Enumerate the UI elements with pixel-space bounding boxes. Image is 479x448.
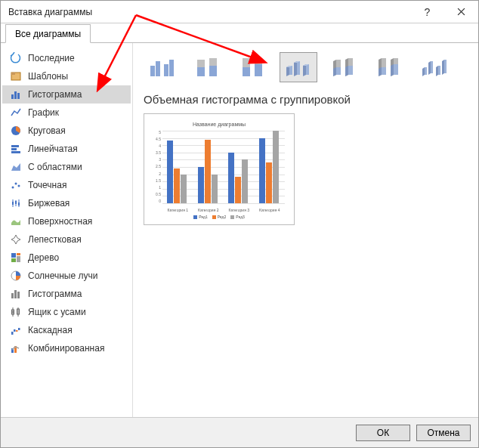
svg-rect-21 bbox=[17, 256, 20, 262]
chart-preview[interactable]: Название диаграммы 54.543.532.521.510.50… bbox=[144, 113, 295, 225]
dialog-footer: ОК Отмена bbox=[1, 417, 478, 447]
svg-rect-35 bbox=[18, 328, 20, 330]
svg-rect-22 bbox=[11, 258, 16, 262]
close-button[interactable] bbox=[444, 1, 478, 23]
insert-chart-dialog: Вставка диаграммы ? Все диаграммы Послед… bbox=[0, 0, 479, 448]
svg-rect-17 bbox=[18, 202, 20, 205]
subtype-title: Объемная гистограмма с группировкой bbox=[144, 93, 468, 106]
sidebar-item-pie[interactable]: Круговая bbox=[2, 122, 131, 140]
svg-rect-32 bbox=[11, 332, 14, 335]
svg-rect-41 bbox=[169, 60, 174, 76]
sidebar-item-label: Поверхностная bbox=[28, 216, 92, 227]
sidebar-item-label: С областями bbox=[28, 162, 82, 172]
sidebar-item-label: Гистограмма bbox=[28, 289, 82, 299]
close-icon bbox=[457, 8, 465, 16]
subtype-clustered-2d[interactable] bbox=[144, 52, 181, 82]
sidebar-item-radar[interactable]: Лепестковая bbox=[2, 230, 131, 249]
subtype-column-3d[interactable] bbox=[416, 52, 453, 82]
sidebar-item-label: Солнечные лучи bbox=[28, 270, 97, 281]
subtype-clustered-3d[interactable] bbox=[280, 52, 317, 82]
sidebar-item-line[interactable]: График bbox=[2, 104, 131, 122]
sidebar-item-label: Точечная bbox=[28, 180, 66, 190]
histogram-icon bbox=[10, 288, 22, 300]
stock-icon bbox=[10, 197, 22, 209]
chart-preview-inner: Название диаграммы 54.543.532.521.510.50… bbox=[149, 119, 289, 220]
sidebar-item-scatter[interactable]: Точечная bbox=[2, 176, 131, 194]
sidebar-item-label: Линейчатая bbox=[28, 144, 78, 154]
sidebar-item-combo[interactable]: Комбинированная bbox=[2, 339, 131, 357]
tab-strip: Все диаграммы bbox=[1, 23, 478, 43]
svg-rect-49 bbox=[255, 64, 262, 76]
sidebar-item-sunburst[interactable]: Солнечные лучи bbox=[2, 267, 131, 285]
scatter-icon bbox=[10, 179, 22, 191]
subtype-stacked-3d[interactable] bbox=[325, 52, 363, 82]
subtype-stacked-2d[interactable] bbox=[189, 52, 227, 82]
sidebar-item-boxwhisker[interactable]: Ящик с усами bbox=[2, 303, 131, 321]
chart-plot-area bbox=[162, 131, 285, 203]
help-button[interactable]: ? bbox=[410, 1, 444, 23]
svg-rect-40 bbox=[164, 64, 168, 76]
cancel-button[interactable]: Отмена bbox=[416, 425, 471, 441]
svg-rect-19 bbox=[11, 253, 16, 258]
sidebar-item-label: Каскадная bbox=[28, 325, 73, 335]
treemap-icon bbox=[10, 252, 22, 264]
waterfall-icon bbox=[10, 324, 22, 336]
pie-icon bbox=[10, 125, 22, 137]
svg-point-11 bbox=[18, 185, 20, 187]
svg-rect-6 bbox=[11, 145, 19, 147]
sidebar-item-histogram[interactable]: Гистограмма bbox=[2, 285, 131, 303]
sidebar-item-recent[interactable]: Последние bbox=[2, 49, 131, 67]
svg-rect-7 bbox=[11, 148, 17, 150]
sidebar-item-area[interactable]: С областями bbox=[2, 158, 131, 176]
svg-rect-33 bbox=[14, 329, 16, 332]
area-icon bbox=[10, 161, 22, 173]
subtype-stacked100-2d[interactable] bbox=[234, 52, 272, 82]
subtype-stacked100-3d[interactable] bbox=[370, 52, 408, 82]
titlebar: Вставка диаграммы ? bbox=[1, 1, 478, 23]
sidebar-item-treemap[interactable]: Дерево bbox=[2, 249, 131, 267]
chart-legend: Ряд1Ряд2Ряд3 bbox=[149, 215, 289, 219]
sidebar-item-templates[interactable]: Шаблоны bbox=[2, 67, 131, 85]
svg-rect-1 bbox=[11, 73, 15, 75]
sidebar-item-label: Круговая bbox=[28, 125, 66, 136]
sidebar-item-surface[interactable]: Поверхностная bbox=[2, 212, 131, 230]
ok-button[interactable]: ОК bbox=[356, 425, 410, 441]
svg-rect-13 bbox=[12, 202, 14, 205]
svg-marker-18 bbox=[11, 235, 20, 244]
chart-subtype-row bbox=[144, 52, 468, 82]
svg-point-10 bbox=[15, 183, 17, 185]
recent-icon bbox=[10, 52, 22, 64]
sidebar-item-label: Ящик с усами bbox=[28, 307, 86, 317]
svg-rect-43 bbox=[197, 67, 205, 76]
svg-rect-20 bbox=[17, 253, 20, 255]
column-icon bbox=[10, 88, 22, 100]
sidebar-item-stock[interactable]: Биржевая bbox=[2, 194, 131, 212]
tab-all-charts[interactable]: Все диаграммы bbox=[5, 24, 91, 43]
svg-rect-47 bbox=[243, 67, 250, 76]
svg-rect-39 bbox=[156, 61, 160, 76]
svg-rect-2 bbox=[11, 94, 14, 99]
svg-rect-8 bbox=[11, 151, 20, 153]
sidebar-item-label: Биржевая bbox=[28, 198, 70, 209]
svg-rect-25 bbox=[14, 290, 17, 298]
sidebar-item-label: Последние bbox=[28, 53, 75, 63]
svg-rect-15 bbox=[15, 201, 17, 204]
svg-rect-3 bbox=[14, 91, 17, 99]
sidebar-item-label: График bbox=[28, 107, 59, 118]
bar-icon bbox=[10, 143, 22, 155]
line-icon bbox=[10, 107, 22, 119]
sidebar-item-waterfall[interactable]: Каскадная bbox=[2, 321, 131, 339]
sidebar-item-label: Шаблоны bbox=[28, 71, 68, 82]
surface-icon bbox=[10, 215, 22, 227]
svg-rect-24 bbox=[11, 293, 14, 298]
sidebar-item-label: Гистограмма bbox=[28, 89, 82, 100]
svg-rect-38 bbox=[150, 66, 155, 76]
sidebar-item-column[interactable]: Гистограмма bbox=[2, 85, 131, 104]
main-panel: Объемная гистограмма с группировкой Назв… bbox=[133, 43, 478, 417]
sidebar-item-bar[interactable]: Линейчатая bbox=[2, 140, 131, 158]
chart-title: Название диаграммы bbox=[149, 122, 289, 127]
sidebar-item-label: Лепестковая bbox=[28, 234, 82, 245]
svg-rect-34 bbox=[16, 330, 18, 332]
radar-icon bbox=[10, 233, 22, 246]
chart-type-sidebar: ПоследниеШаблоныГистограммаГрафикКругова… bbox=[1, 43, 133, 417]
